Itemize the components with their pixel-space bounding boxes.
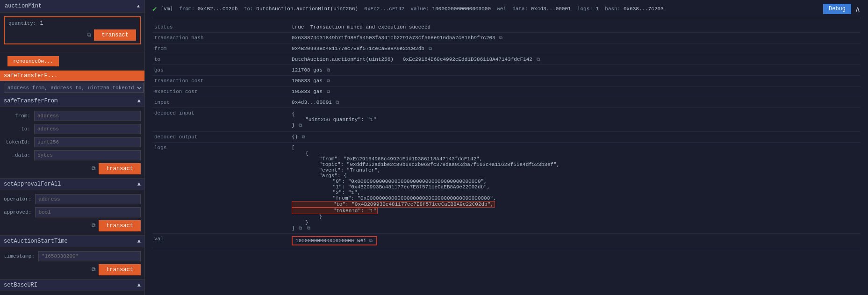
log-args-0: "0": "0x00000000000000000000000000000000… [292, 179, 487, 184]
from-label: from: [4, 113, 34, 119]
txhash-value: 0x638874c31849b71f98efa4503fa341cb2291a7… [292, 35, 495, 41]
topbar-hash: 0x638...7c203 [624, 6, 664, 12]
copy-val[interactable]: ⧉ [368, 238, 373, 244]
transact-button-auctionmint[interactable]: transact [94, 29, 136, 41]
val-txcost: 105833 gas ⧉ [290, 76, 861, 86]
safetransfer-label: safeTransferF... [4, 72, 57, 79]
chevron-up-setbaseuri: ▲ [137, 282, 141, 288]
chevron-up-safetransfer: ▲ [137, 98, 141, 104]
copy-logs-2[interactable]: ⧉ [306, 225, 311, 231]
log-args-to-highlighted: "to": "0x4B20993Bc481177ec7E8f571ceCaEB8… [292, 201, 495, 208]
safetransferfrom-title: safeTransferFrom ▲ [0, 95, 144, 107]
section-header-auctionmint[interactable]: auctionMint ▲ [0, 0, 144, 13]
row-logs: logs [ { "from": "0xEc29164D68c4992cEdd1… [152, 143, 861, 234]
topbar-text: [vm] from: 0x4B2...C02db to: DutchAuctio… [161, 6, 819, 12]
renounce-button[interactable]: renounceOw... [7, 56, 59, 66]
safetransfer-fields: from: to: tokenId: _data: ⧉ transact [0, 107, 144, 179]
val-txhash: 0x638874c31849b71f98efa4503fa341cb2291a7… [290, 33, 861, 43]
transact-button-setstarttime[interactable]: transact [99, 264, 141, 275]
topbar-value-unit: wei [497, 6, 506, 12]
section-setbaseuri: setBaseURI ▲ baseURI: ⧉ transact [0, 280, 144, 295]
log-args-close: } [292, 214, 322, 220]
copy-icon[interactable]: ⧉ [87, 32, 91, 38]
setapproval-title[interactable]: setApprovalForAll ▲ [0, 179, 144, 190]
from-value: 0x4B20993Bc481177ec7E8f571ceCaEB8A9e22C0… [292, 46, 424, 51]
topbar-value: 1000000000000000000 [432, 6, 491, 12]
transact-button-safetransfer[interactable]: transact [99, 163, 141, 174]
log-args-tokenid-highlighted: "tokenId": "1" [292, 208, 378, 214]
detail-table: status true Transaction mined and execut… [152, 22, 861, 248]
key-decoded-input: decoded input [152, 108, 290, 132]
key-txhash: transaction hash [152, 33, 290, 43]
operator-input[interactable] [35, 194, 141, 204]
row-gas: gas 121708 gas ⧉ [152, 65, 861, 76]
val-input: 0x4d3...00001 ⧉ [290, 97, 861, 108]
key-to: to [152, 54, 290, 65]
log-topic-field: "topic": "0xddf252ad1be2c89b69c2b068fc37… [292, 162, 560, 167]
topbar-logs: 1 [595, 6, 599, 12]
topbar-from: 0x4B2...C02db [198, 6, 238, 12]
execcost-value: 105833 gas [292, 89, 323, 94]
safetransfer-dropdown-row: address from, address to, uint256 tokenI… [0, 81, 144, 95]
decoded-input-block: { "uint256 quantity": "1" } ⧉ [292, 110, 859, 129]
copy-icon-setapproval[interactable]: ⧉ [92, 223, 96, 229]
row-input: input 0x4d3...00001 ⧉ [152, 97, 861, 108]
safetransfer-dropdown[interactable]: address from, address to, uint256 tokenI… [4, 83, 143, 93]
copy-decoded-input[interactable]: ⧉ [298, 122, 303, 128]
val-decoded-output: {} ⧉ [290, 132, 861, 143]
row-val: val 1000000000000000000 wei ⧉ [152, 234, 861, 248]
gas-value: 121708 gas [292, 67, 323, 73]
log-args-1: "1": "0x4B20993Bc481177ec7E8f571ceCaEB8A… [292, 184, 490, 190]
approved-input[interactable] [35, 207, 141, 217]
log-from-field: "from": "0xEc29164D68c4992cEdd1D386118A4… [292, 156, 482, 162]
timestamp-input[interactable] [38, 251, 141, 261]
log-args-2: "2": "1", [292, 190, 360, 195]
key-input: input [152, 97, 290, 108]
copy-input[interactable]: ⧉ [335, 100, 340, 105]
log-open-bracket: [ [292, 145, 295, 151]
transact-button-setapproval[interactable]: transact [99, 220, 141, 231]
debug-button[interactable]: Debug [823, 4, 851, 14]
copy-gas[interactable]: ⧉ [326, 67, 331, 73]
setstarttime-title[interactable]: setAuctionStartTime ▲ [0, 236, 144, 247]
chevron-up-setstarttime: ▲ [137, 238, 141, 245]
section-title-auctionmint: auctionMint [5, 3, 42, 9]
status-value: true Transaction mined and execution suc… [292, 24, 430, 30]
copy-to[interactable]: ⧉ [536, 57, 541, 62]
topbar: ✔ [vm] from: 0x4B2...C02db to: DutchAuct… [152, 0, 861, 18]
copy-logs-1[interactable]: ⧉ [298, 225, 303, 231]
chevron-up-icon: ▲ [137, 4, 140, 9]
row-from: from 0x4B20993Bc481177ec7E8f571ceCaEB8A9… [152, 43, 861, 54]
section-safetransfer: safeTransferF... address from, address t… [0, 71, 144, 179]
copy-execcost[interactable]: ⧉ [326, 89, 331, 94]
key-gas: gas [152, 65, 290, 76]
copy-icon-safetransfer[interactable]: ⧉ [92, 165, 96, 172]
success-icon: ✔ [152, 4, 157, 14]
setbaseuri-title[interactable]: setBaseURI ▲ [0, 280, 144, 291]
topbar-to-addr: 0xEc2...cF142 [364, 6, 404, 12]
key-logs: logs [152, 143, 290, 234]
topbar-to: DutchAuction.auctionMint(uint256) [256, 6, 358, 12]
collapse-button[interactable]: ∧ [855, 5, 861, 14]
quantity-input[interactable] [40, 20, 136, 27]
safetransfer-header[interactable]: safeTransferF... [0, 71, 144, 81]
from-input[interactable] [34, 111, 141, 121]
copy-icon-setstarttime[interactable]: ⧉ [92, 266, 96, 273]
section-renounce: renounceOw... [0, 52, 144, 71]
row-status: status true Transaction mined and execut… [152, 22, 861, 33]
val-logs: [ { "from": "0xEc29164D68c4992cEdd1D3861… [290, 143, 861, 234]
copy-txcost[interactable]: ⧉ [326, 78, 331, 84]
to-value: DutchAuction.auctionMint(uint256) 0xEc29… [292, 57, 532, 62]
to-input[interactable] [34, 124, 141, 134]
setbaseuri-label: setBaseURI [4, 282, 37, 288]
key-from: from [152, 43, 290, 54]
val-gas: 121708 gas ⧉ [290, 65, 861, 76]
chevron-up-setapproval: ▲ [137, 181, 141, 187]
copy-from[interactable]: ⧉ [428, 46, 433, 51]
row-to: to DutchAuction.auctionMint(uint256) 0xE… [152, 54, 861, 65]
tokenid-input[interactable] [34, 137, 141, 147]
copy-decoded-output[interactable]: ⧉ [301, 134, 306, 140]
copy-txhash[interactable]: ⧉ [498, 35, 503, 41]
data-input[interactable] [34, 150, 141, 160]
row-txcost: transaction cost 105833 gas ⧉ [152, 76, 861, 86]
